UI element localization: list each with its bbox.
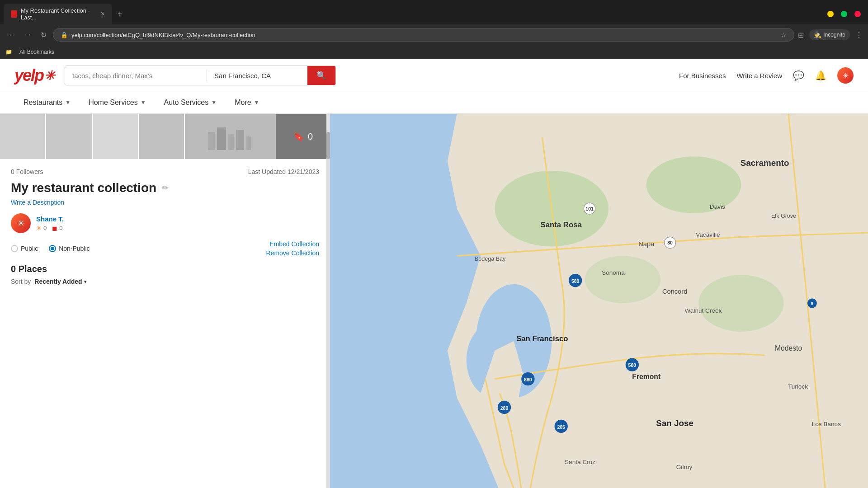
extensions-icon[interactable]: ⊞ xyxy=(798,31,804,39)
svg-text:80: 80 xyxy=(667,240,673,245)
collection-image-2 xyxy=(46,114,92,159)
header-actions: For Businesses Write a Review 💬 🔔 ✳ xyxy=(679,67,854,84)
owner-avatar-icon: ✳ xyxy=(17,218,25,229)
svg-text:Los Banos: Los Banos xyxy=(812,421,841,427)
write-review-link[interactable]: Write a Review xyxy=(736,72,782,80)
home-services-chevron-icon: ▼ xyxy=(141,99,146,106)
owner-stars-stat: ✳ 0 xyxy=(36,225,47,232)
yelp-logo[interactable]: yelp ✳ xyxy=(14,66,54,85)
search-button[interactable]: 🔍 xyxy=(307,66,335,85)
owner-name[interactable]: Shane T. xyxy=(36,215,64,223)
svg-point-12 xyxy=(585,256,661,303)
svg-text:580: 580 xyxy=(628,363,637,368)
location-input[interactable] xyxy=(207,66,307,85)
collection-title: My restaurant collection xyxy=(11,181,156,195)
bookmark-star-icon[interactable]: ☆ xyxy=(781,31,787,38)
collection-image-sketch xyxy=(185,114,276,159)
collection-image-3 xyxy=(93,114,139,159)
refresh-button[interactable]: ↻ xyxy=(38,29,49,41)
svg-text:5: 5 xyxy=(811,301,813,306)
nav-home-services[interactable]: Home Services ▼ xyxy=(80,92,155,113)
yelp-header: yelp ✳ 🔍 For Businesses Write a Review 💬… xyxy=(0,59,868,92)
search-icon: 🔍 xyxy=(316,71,326,80)
url-display: yelp.com/collection/etCgQ_bf9dNKIBkiai4v… xyxy=(71,32,777,38)
main-content: 🔖 0 0 Followers Last Updated 12/21/2023 xyxy=(0,114,868,488)
svg-text:880: 880 xyxy=(524,377,532,382)
svg-text:San Francisco: San Francisco xyxy=(516,334,568,343)
close-button[interactable] xyxy=(854,11,861,17)
svg-text:San Jose: San Jose xyxy=(656,418,693,428)
nav-bar: Restaurants ▼ Home Services ▼ Auto Servi… xyxy=(0,92,868,114)
active-tab[interactable]: My Restaurant Collection - Last... ✕ xyxy=(4,4,112,24)
map-view: 101 80 580 880 280 580 5 205 Sacramento xyxy=(330,114,868,488)
embed-collection-link[interactable]: Embed Collection xyxy=(269,240,319,248)
back-button[interactable]: ← xyxy=(5,29,18,41)
review-icon: ◼ xyxy=(52,225,57,232)
nav-auto-services[interactable]: Auto Services ▼ xyxy=(155,92,226,113)
sort-chevron-icon: ▾ xyxy=(84,279,86,284)
places-section: 0 Places Sort by Recently Added ▾ xyxy=(0,264,330,292)
nav-restaurants[interactable]: Restaurants ▼ xyxy=(14,92,80,113)
non-public-radio[interactable]: Non-Public xyxy=(49,245,90,252)
svg-text:205: 205 xyxy=(557,425,565,430)
svg-point-13 xyxy=(698,275,784,332)
menu-icon[interactable]: ⋮ xyxy=(855,31,863,39)
svg-rect-0 xyxy=(208,132,215,150)
svg-text:Sonoma: Sonoma xyxy=(602,269,625,276)
collection-links: Embed Collection Remove Collection xyxy=(266,240,320,257)
address-bar[interactable]: 🔒 yelp.com/collection/etCgQ_bf9dNKIBkiai… xyxy=(53,28,794,42)
bookmarks-folder[interactable]: All Bookmarks xyxy=(16,47,58,57)
minimize-button[interactable] xyxy=(827,11,834,17)
user-avatar[interactable]: ✳ xyxy=(837,67,854,84)
collection-image-4 xyxy=(139,114,185,159)
sort-label: Sort by xyxy=(11,278,31,285)
svg-rect-3 xyxy=(236,130,244,150)
visibility-row: Public Non-Public Embed Collection Remov… xyxy=(11,240,319,257)
remove-collection-link[interactable]: Remove Collection xyxy=(266,249,320,257)
svg-text:Santa Rosa: Santa Rosa xyxy=(541,221,582,229)
places-count: 0 Places xyxy=(11,264,319,274)
messages-icon[interactable]: 💬 xyxy=(793,70,804,81)
non-public-radio-dot xyxy=(51,247,54,250)
svg-text:Napa: Napa xyxy=(638,240,655,248)
svg-text:Concord: Concord xyxy=(662,288,687,295)
svg-text:101: 101 xyxy=(585,206,594,211)
bookmark-icon: 🔖 xyxy=(293,131,304,142)
write-description-link[interactable]: Write a Description xyxy=(11,199,319,206)
svg-text:Walnut Creek: Walnut Creek xyxy=(684,307,722,314)
nav-more[interactable]: More ▼ xyxy=(226,92,268,113)
notifications-icon[interactable]: 🔔 xyxy=(815,70,826,81)
public-radio[interactable]: Public xyxy=(11,245,38,252)
search-input[interactable] xyxy=(65,66,207,85)
public-radio-circle xyxy=(11,245,18,252)
owner-reviews-stat: ◼ 0 xyxy=(52,225,62,232)
tab-close-button[interactable]: ✕ xyxy=(100,11,105,17)
browser-toolbar: ← → ↻ 🔒 yelp.com/collection/etCgQ_bf9dNK… xyxy=(0,24,868,45)
search-bar: 🔍 xyxy=(65,66,336,85)
svg-text:Gilroy: Gilroy xyxy=(676,464,693,470)
collection-title-row: My restaurant collection ✏ xyxy=(11,181,319,195)
edit-title-button[interactable]: ✏ xyxy=(162,183,169,193)
forward-button[interactable]: → xyxy=(22,29,34,41)
star-icon: ✳ xyxy=(36,225,42,232)
page-content: yelp ✳ 🔍 For Businesses Write a Review 💬… xyxy=(0,59,868,488)
followers-count: 0 Followers xyxy=(11,168,43,175)
svg-text:Modesto: Modesto xyxy=(775,344,802,352)
for-businesses-link[interactable]: For Businesses xyxy=(679,72,726,80)
bookmark-count: 0 xyxy=(308,131,313,142)
non-public-radio-circle xyxy=(49,245,56,252)
browser-tabs: My Restaurant Collection - Last... ✕ + xyxy=(0,0,868,24)
maximize-button[interactable] xyxy=(841,11,847,17)
sort-row: Sort by Recently Added ▾ xyxy=(11,278,319,285)
vertical-scrollbar[interactable] xyxy=(326,114,330,488)
new-tab-button[interactable]: + xyxy=(114,8,126,21)
public-radio-label: Public xyxy=(21,245,38,252)
tab-favicon xyxy=(11,10,17,18)
auto-services-chevron-icon: ▼ xyxy=(211,99,217,106)
svg-rect-4 xyxy=(246,136,251,150)
scrollbar-thumb[interactable] xyxy=(326,132,330,159)
sort-dropdown[interactable]: Recently Added ▾ xyxy=(34,278,86,285)
non-public-radio-label: Non-Public xyxy=(59,245,90,252)
last-updated: Last Updated 12/21/2023 xyxy=(248,168,319,175)
owner-row: ✳ Shane T. ✳ 0 ◼ 0 xyxy=(11,213,319,233)
